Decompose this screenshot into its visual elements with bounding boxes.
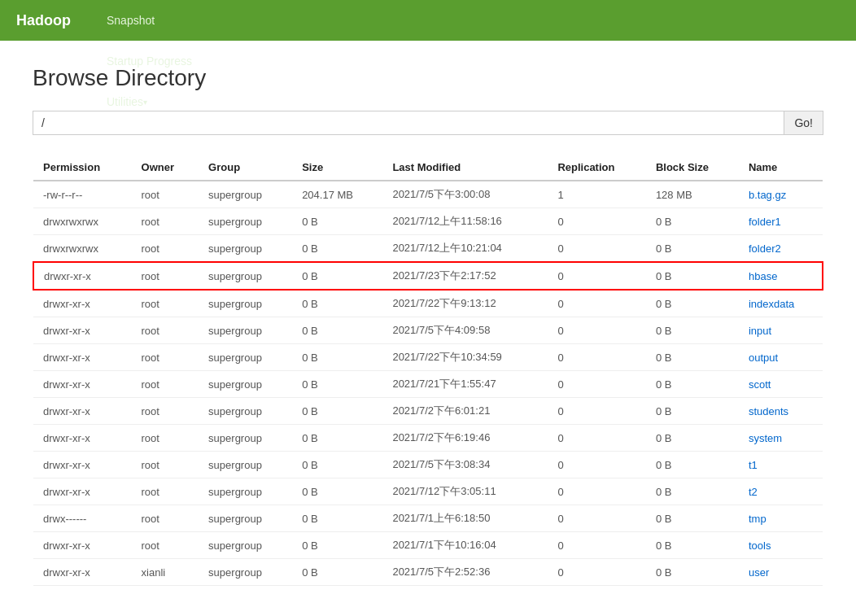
name-cell[interactable]: scott: [739, 371, 823, 398]
replication-cell: 0: [548, 505, 646, 532]
table-row: drwxr-xr-xrootsupergroup0 B2021/7/2下午6:0…: [33, 398, 823, 425]
table-header: PermissionOwnerGroupSizeLast ModifiedRep…: [33, 155, 823, 181]
name-cell[interactable]: t2: [739, 478, 823, 505]
navbar-item-snapshot[interactable]: Snapshot: [95, 0, 203, 41]
table-body: -rw-r--r--rootsupergroup204.17 MB2021/7/…: [33, 181, 823, 586]
name-cell[interactable]: input: [739, 317, 823, 344]
col-header-last-modified: Last Modified: [382, 155, 548, 181]
nav-items: OverviewDatanodesSnapshotStartup Progres…: [95, 0, 203, 122]
header-row: PermissionOwnerGroupSizeLast ModifiedRep…: [33, 155, 823, 181]
replication-cell: 0: [548, 398, 646, 425]
permission-cell: drwxr-xr-x: [33, 532, 132, 559]
replication-cell: 0: [548, 262, 646, 290]
last-modified-cell: 2021/7/12下午3:05:11: [382, 478, 548, 505]
name-cell[interactable]: tmp: [739, 505, 823, 532]
search-button[interactable]: Go!: [784, 111, 823, 134]
name-cell[interactable]: hbase: [739, 262, 823, 290]
replication-cell: 1: [548, 181, 646, 208]
name-cell[interactable]: students: [739, 398, 823, 425]
navbar-item-label: Utilities: [107, 95, 143, 108]
permission-cell: drwxr-xr-x: [33, 452, 132, 478]
search-input[interactable]: [33, 111, 784, 134]
group-cell: supergroup: [199, 344, 292, 371]
size-cell: 0 B: [292, 452, 382, 478]
permission-cell: drwxr-xr-x: [33, 344, 132, 371]
owner-cell: root: [132, 262, 199, 290]
name-link[interactable]: b.tag.gz: [749, 189, 786, 201]
name-link[interactable]: students: [749, 405, 788, 417]
last-modified-cell: 2021/7/2下午6:19:46: [382, 425, 548, 452]
size-cell: 0 B: [292, 235, 382, 263]
size-cell: 0 B: [292, 398, 382, 425]
replication-cell: 0: [548, 344, 646, 371]
replication-cell: 0: [548, 290, 646, 317]
group-cell: supergroup: [199, 262, 292, 290]
name-link[interactable]: system: [749, 432, 782, 444]
group-cell: supergroup: [199, 317, 292, 344]
table-row: drwxrwxrwxrootsupergroup0 B2021/7/12上午11…: [33, 208, 823, 235]
block-size-cell: 0 B: [646, 262, 739, 290]
name-cell[interactable]: b.tag.gz: [739, 181, 823, 208]
main-content: Browse Directory Go! PermissionOwnerGrou…: [0, 41, 856, 610]
replication-cell: 0: [548, 371, 646, 398]
last-modified-cell: 2021/7/21下午1:55:47: [382, 371, 548, 398]
owner-cell: root: [132, 317, 199, 344]
name-link[interactable]: output: [749, 352, 778, 364]
name-cell[interactable]: user: [739, 559, 823, 586]
permission-cell: -rw-r--r--: [33, 181, 132, 208]
col-header-owner: Owner: [132, 155, 199, 181]
size-cell: 0 B: [292, 478, 382, 505]
last-modified-cell: 2021/7/22下午9:13:12: [382, 290, 548, 317]
size-cell: 0 B: [292, 317, 382, 344]
owner-cell: root: [132, 398, 199, 425]
name-cell[interactable]: folder2: [739, 235, 823, 263]
block-size-cell: 0 B: [646, 398, 739, 425]
permission-cell: drwxr-xr-x: [33, 478, 132, 505]
col-header-permission: Permission: [33, 155, 132, 181]
navbar-brand: Hadoop: [16, 12, 71, 29]
name-cell[interactable]: folder1: [739, 208, 823, 235]
size-cell: 0 B: [292, 262, 382, 290]
size-cell: 0 B: [292, 559, 382, 586]
owner-cell: root: [132, 208, 199, 235]
name-link[interactable]: user: [749, 566, 769, 579]
permission-cell: drwx------: [33, 505, 132, 532]
group-cell: supergroup: [199, 208, 292, 235]
name-link[interactable]: input: [749, 325, 771, 337]
block-size-cell: 0 B: [646, 208, 739, 235]
size-cell: 0 B: [292, 208, 382, 235]
name-link[interactable]: t2: [749, 486, 758, 498]
group-cell: supergroup: [199, 290, 292, 317]
owner-cell: root: [132, 452, 199, 478]
col-header-replication: Replication: [548, 155, 646, 181]
name-cell[interactable]: system: [739, 425, 823, 452]
name-link[interactable]: scott: [749, 378, 771, 391]
last-modified-cell: 2021/7/12上午11:58:16: [382, 208, 548, 235]
name-link[interactable]: folder1: [749, 216, 781, 228]
owner-cell: root: [132, 505, 199, 532]
owner-cell: root: [132, 532, 199, 559]
name-cell[interactable]: output: [739, 344, 823, 371]
name-link[interactable]: indexdata: [749, 298, 794, 310]
owner-cell: root: [132, 478, 199, 505]
name-link[interactable]: tools: [749, 540, 771, 552]
last-modified-cell: 2021/7/5下午4:09:58: [382, 317, 548, 344]
group-cell: supergroup: [199, 478, 292, 505]
block-size-cell: 0 B: [646, 371, 739, 398]
name-link[interactable]: folder2: [749, 242, 781, 255]
last-modified-cell: 2021/7/2下午6:01:21: [382, 398, 548, 425]
replication-cell: 0: [548, 235, 646, 263]
block-size-cell: 0 B: [646, 532, 739, 559]
name-cell[interactable]: indexdata: [739, 290, 823, 317]
group-cell: supergroup: [199, 452, 292, 478]
last-modified-cell: 2021/7/1下午10:16:04: [382, 532, 548, 559]
directory-table: PermissionOwnerGroupSizeLast ModifiedRep…: [33, 155, 823, 586]
size-cell: 0 B: [292, 344, 382, 371]
size-cell: 0 B: [292, 290, 382, 317]
name-cell[interactable]: t1: [739, 452, 823, 478]
name-link[interactable]: t1: [749, 459, 758, 471]
name-link[interactable]: hbase: [749, 270, 777, 282]
name-cell[interactable]: tools: [739, 532, 823, 559]
replication-cell: 0: [548, 425, 646, 452]
name-link[interactable]: tmp: [749, 513, 766, 525]
